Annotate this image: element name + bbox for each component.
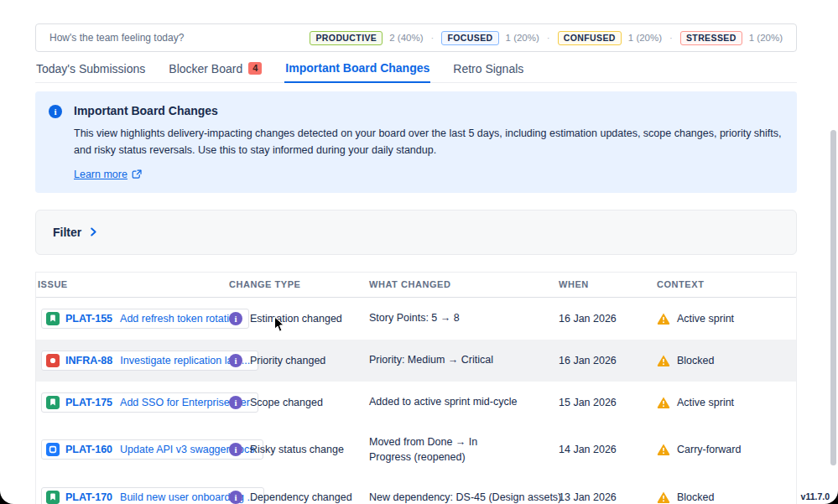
issue-summary: Add refresh token rotation xyxy=(120,313,241,325)
warning-icon xyxy=(657,312,670,325)
tab-bar: Today's Submissions Blocker Board 4 Impo… xyxy=(35,60,797,83)
when-cell: 16 Jan 2026 xyxy=(557,355,655,366)
what-changed-cell: Added to active sprint mid-cycle xyxy=(367,394,557,410)
change-type-label: Dependency changed xyxy=(250,491,352,503)
mood-stats: PRODUCTIVE 2 (40%) · FOCUSED 1 (20%) · C… xyxy=(310,31,783,45)
column-header-context: CONTEXT xyxy=(655,279,796,289)
context-label: Active sprint xyxy=(677,397,734,408)
issue-key: PLAT-155 xyxy=(65,313,112,325)
change-info-icon: i xyxy=(229,443,242,456)
dot-separator: · xyxy=(669,33,674,43)
issue-key: PLAT-170 xyxy=(65,491,112,503)
mood-badge-focused: FOCUSED xyxy=(441,31,498,45)
change-info-icon: i xyxy=(229,491,242,504)
column-header-change-type: CHANGE TYPE xyxy=(227,279,367,289)
change-type-label: Estimation changed xyxy=(250,313,342,325)
table-row: PLAT-170 Build new user onboarding ... i… xyxy=(36,476,796,504)
tab-blocker-board[interactable]: Blocker Board 4 xyxy=(168,60,263,82)
vertical-scrollbar-thumb[interactable] xyxy=(830,130,836,465)
learn-more-link[interactable]: Learn more xyxy=(74,169,142,180)
table-row: INFRA-88 Investigate replication lag ...… xyxy=(36,340,796,382)
when-cell: 13 Jan 2026 xyxy=(557,491,655,503)
when-cell: 15 Jan 2026 xyxy=(557,397,655,408)
change-type-label: Risky status change xyxy=(250,444,344,455)
issue-link[interactable]: PLAT-175 Add SSO for Enterprise Tier xyxy=(41,392,258,413)
context-cell: Carry-forward xyxy=(655,443,796,456)
task-icon xyxy=(46,443,60,456)
change-type-cell: i Risky status change xyxy=(227,443,367,456)
table-row: PLAT-175 Add SSO for Enterprise Tier i S… xyxy=(36,382,796,423)
external-link-icon xyxy=(132,169,142,179)
change-info-icon: i xyxy=(229,354,242,367)
app-window: How's the team feeling today? PRODUCTIVE… xyxy=(0,0,838,504)
info-banner: i Important Board Changes This view high… xyxy=(35,91,797,193)
tab-retro-signals[interactable]: Retro Signals xyxy=(452,60,524,82)
context-label: Blocked xyxy=(677,491,714,503)
change-type-cell: i Estimation changed xyxy=(227,312,367,325)
tab-todays-submissions[interactable]: Today's Submissions xyxy=(35,60,146,82)
mood-bar: How's the team feeling today? PRODUCTIVE… xyxy=(35,23,797,52)
issue-key: PLAT-175 xyxy=(65,397,112,408)
bug-icon xyxy=(46,354,60,367)
what-changed-cell: Priority: Medium → Critical xyxy=(367,352,557,368)
warning-icon xyxy=(657,443,670,456)
filter-label: Filter xyxy=(53,226,81,239)
app-version: v11.7.0 xyxy=(801,491,830,501)
warning-icon xyxy=(657,491,670,504)
what-changed-cell: Story Points: 5 → 8 xyxy=(367,310,557,326)
blocker-count-badge: 4 xyxy=(248,62,262,75)
issue-link[interactable]: PLAT-155 Add refresh token rotation xyxy=(41,309,249,329)
change-type-cell: i Dependency changed xyxy=(227,491,367,504)
what-changed-cell: New dependency: DS-45 (Design assets) xyxy=(367,490,557,504)
context-cell: Blocked xyxy=(655,491,796,504)
issue-link[interactable]: INFRA-88 Investigate replication lag ... xyxy=(41,351,258,371)
context-label: Active sprint xyxy=(677,313,734,325)
tab-important-board-changes[interactable]: Important Board Changes xyxy=(284,60,430,83)
change-type-cell: i Priority changed xyxy=(227,354,367,367)
mood-badge-stressed: STRESSED xyxy=(680,31,742,45)
mood-count-productive: 2 (40%) xyxy=(389,33,423,43)
filter-expander[interactable]: Filter xyxy=(35,210,797,255)
dot-separator: · xyxy=(430,33,435,43)
warning-icon xyxy=(657,354,670,367)
context-cell: Active sprint xyxy=(655,396,796,409)
context-label: Carry-forward xyxy=(677,444,741,455)
mood-count-focused: 1 (20%) xyxy=(506,33,539,43)
board-changes-table: ISSUE CHANGE TYPE WHAT CHANGED WHEN CONT… xyxy=(35,272,797,504)
info-icon: i xyxy=(49,105,62,118)
banner-content: Important Board Changes This view highli… xyxy=(74,104,783,181)
dot-separator: · xyxy=(546,33,551,43)
issue-key: INFRA-88 xyxy=(65,355,112,366)
when-cell: 14 Jan 2026 xyxy=(557,444,655,455)
context-cell: Blocked xyxy=(655,354,796,367)
banner-title: Important Board Changes xyxy=(74,104,783,117)
change-type-label: Scope changed xyxy=(250,397,323,408)
change-type-cell: i Scope changed xyxy=(227,396,367,409)
warning-icon xyxy=(657,396,670,409)
mood-badge-confused: CONFUSED xyxy=(558,31,622,45)
mood-count-stressed: 1 (20%) xyxy=(749,33,783,43)
when-cell: 16 Jan 2026 xyxy=(557,313,655,325)
table-row: PLAT-155 Add refresh token rotation i Es… xyxy=(36,298,796,340)
change-type-label: Priority changed xyxy=(250,355,325,366)
story-icon xyxy=(46,312,60,325)
issue-key: PLAT-160 xyxy=(65,444,112,455)
context-cell: Active sprint xyxy=(655,312,796,325)
banner-description: This view highlights delivery-impacting … xyxy=(74,125,783,159)
column-header-what-changed: WHAT CHANGED xyxy=(367,279,557,289)
column-header-when: WHEN xyxy=(557,279,655,289)
table-row: PLAT-160 Update API v3 swagger docs i Ri… xyxy=(36,423,796,477)
story-icon xyxy=(46,491,60,504)
mood-count-confused: 1 (20%) xyxy=(628,33,662,43)
mood-question: How's the team feeling today? xyxy=(49,32,184,44)
column-header-issue: ISSUE xyxy=(36,279,227,289)
what-changed-cell: Moved from Done → In Progress (reopened) xyxy=(367,434,527,466)
change-info-icon: i xyxy=(229,396,242,409)
change-info-icon: i xyxy=(229,312,242,325)
table-header: ISSUE CHANGE TYPE WHAT CHANGED WHEN CONT… xyxy=(36,273,796,298)
context-label: Blocked xyxy=(677,355,714,366)
chevron-right-icon xyxy=(90,227,97,236)
story-icon xyxy=(46,396,60,409)
mood-badge-productive: PRODUCTIVE xyxy=(310,31,383,45)
